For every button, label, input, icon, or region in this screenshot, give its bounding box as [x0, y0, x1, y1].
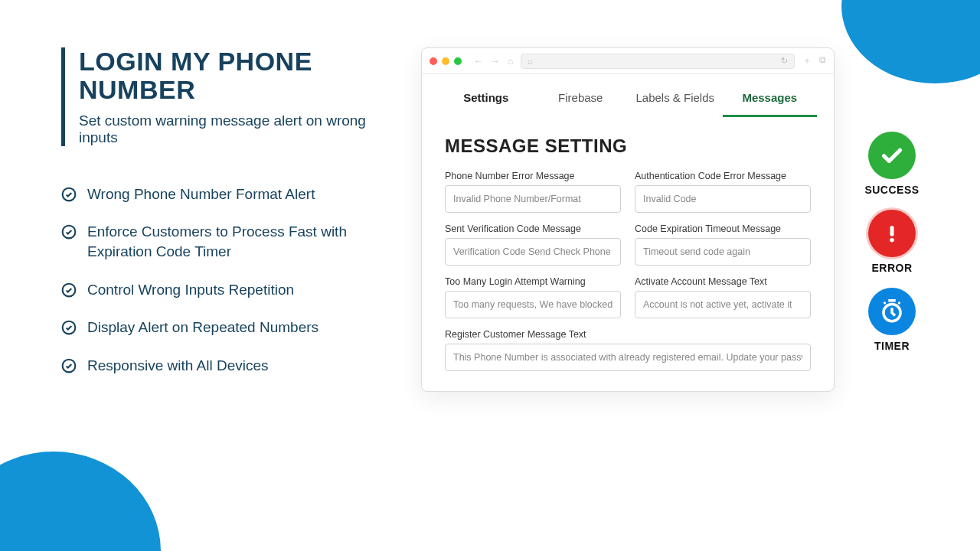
feature-list: Wrong Phone Number Format Alert Enforce … [61, 184, 390, 376]
tab-settings[interactable]: Settings [439, 83, 534, 117]
feature-item: Control Wrong Inputs Repetition [61, 280, 390, 300]
search-icon: ⌕ [528, 57, 533, 66]
field-label: Phone Number Error Message [445, 171, 621, 181]
field-phone-error: Phone Number Error Message [445, 171, 621, 213]
feature-text: Enforce Customers to Process Fast with E… [87, 222, 390, 261]
title-block: LOGIN MY PHONE NUMBER Set custom warning… [61, 47, 390, 146]
field-register: Register Customer Message Text [445, 329, 811, 371]
check-circle-icon [61, 282, 77, 298]
browser-chrome: ← → ⌂ ⌕ ↻ ＋ ⧉ [422, 48, 834, 74]
card-title: MESSAGE SETTING [445, 135, 811, 157]
tab-labels-fields[interactable]: Labels & Fields [628, 83, 723, 117]
status-timer: TIMER [868, 288, 916, 352]
field-label: Too Many Login Attempt Warning [445, 276, 621, 287]
error-icon [868, 210, 916, 257]
check-circle-icon [61, 358, 77, 373]
message-setting-card: MESSAGE SETTING Phone Number Error Messa… [422, 117, 834, 391]
left-column: LOGIN MY PHONE NUMBER Set custom warning… [61, 47, 390, 394]
browser-window: ← → ⌂ ⌕ ↻ ＋ ⧉ Settings Firebase Labels &… [421, 47, 835, 392]
svg-point-9 [898, 302, 900, 304]
back-icon[interactable]: ← [474, 56, 483, 67]
feature-item: Wrong Phone Number Format Alert [61, 184, 390, 204]
timer-icon [868, 288, 916, 335]
register-input[interactable] [445, 344, 811, 371]
feature-text: Control Wrong Inputs Repetition [87, 280, 294, 300]
tab-messages[interactable]: Messages [723, 83, 818, 117]
feature-item: Display Alert on Repeated Numbers [61, 318, 390, 337]
svg-point-8 [884, 302, 886, 304]
field-timeout: Code Expiration Timeout Message [635, 223, 811, 266]
home-icon[interactable]: ⌂ [508, 56, 513, 67]
feature-item: Enforce Customers to Process Fast with E… [61, 222, 390, 261]
status-label: ERROR [871, 262, 912, 274]
field-sent-code: Sent Verification Code Message [445, 223, 621, 266]
status-column: SUCCESS ERROR TIMER [850, 47, 934, 352]
check-circle-icon [61, 224, 77, 240]
success-icon [868, 132, 916, 179]
url-bar[interactable]: ⌕ ↻ [521, 54, 795, 69]
status-success: SUCCESS [864, 132, 919, 196]
field-label: Activate Account Message Text [635, 276, 811, 287]
minimize-dot-icon[interactable] [442, 57, 449, 65]
tab-firebase[interactable]: Firebase [534, 83, 629, 117]
check-circle-icon [61, 187, 77, 202]
activate-input[interactable] [635, 291, 811, 318]
field-label: Code Expiration Timeout Message [635, 223, 811, 234]
field-label: Sent Verification Code Message [445, 223, 621, 234]
feature-text: Display Alert on Repeated Numbers [87, 318, 318, 337]
window-controls [430, 57, 462, 65]
sent-code-input[interactable] [445, 238, 621, 266]
svg-point-6 [890, 238, 894, 243]
decorative-blob-bottom [0, 452, 161, 551]
close-dot-icon[interactable] [430, 57, 437, 65]
status-label: TIMER [874, 340, 910, 352]
feature-text: Responsive with All Devices [87, 356, 269, 376]
feature-text: Wrong Phone Number Format Alert [87, 184, 315, 204]
too-many-input[interactable] [445, 291, 621, 318]
field-label: Authentication Code Error Message [635, 171, 811, 181]
timeout-input[interactable] [635, 238, 811, 266]
check-circle-icon [61, 320, 77, 335]
field-activate: Activate Account Message Text [635, 276, 811, 318]
svg-rect-5 [890, 226, 894, 236]
copy-icon[interactable]: ⧉ [819, 54, 826, 67]
auth-error-input[interactable] [635, 185, 811, 213]
page-title: LOGIN MY PHONE NUMBER [79, 47, 390, 105]
add-tab-icon[interactable]: ＋ [802, 54, 812, 67]
field-too-many: Too Many Login Attempt Warning [445, 276, 621, 318]
tab-bar: Settings Firebase Labels & Fields Messag… [422, 74, 834, 117]
page-subtitle: Set custom warning message alert on wron… [79, 112, 390, 146]
forward-icon[interactable]: → [491, 56, 500, 67]
feature-item: Responsive with All Devices [61, 356, 390, 376]
field-label: Register Customer Message Text [445, 329, 811, 340]
status-label: SUCCESS [864, 184, 919, 196]
field-auth-error: Authentication Code Error Message [635, 171, 811, 213]
phone-error-input[interactable] [445, 185, 621, 213]
status-error: ERROR [868, 210, 916, 274]
reload-icon[interactable]: ↻ [781, 56, 788, 66]
maximize-dot-icon[interactable] [454, 57, 462, 65]
